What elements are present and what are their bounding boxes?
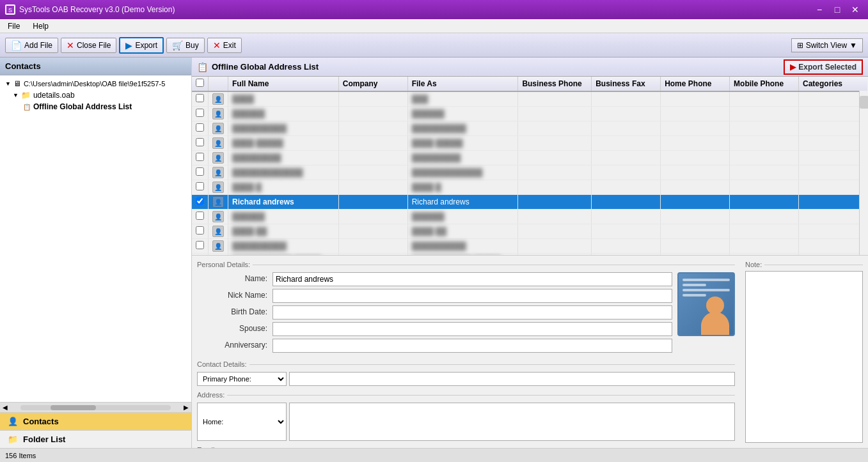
scroll-right-btn[interactable]: ▶: [181, 404, 191, 411]
cell-bizfax: [592, 166, 661, 180]
contacts-table-wrapper[interactable]: Full Name Company File As Business Phone…: [192, 77, 868, 256]
table-row[interactable]: 👤██████████████████: [192, 151, 868, 166]
note-textarea[interactable]: [745, 271, 863, 443]
row-checkbox[interactable]: [196, 94, 204, 102]
table-row[interactable]: 👤███████████·████████████████·█████: [192, 254, 868, 256]
scroll-thumb[interactable]: [51, 405, 96, 410]
cell-fileas: Richard andrews: [407, 195, 518, 210]
cell-fileas: ███████████·█████: [407, 254, 518, 256]
sidebar-item-contacts[interactable]: 👤 Contacts: [0, 412, 191, 430]
tree-item-file[interactable]: ▼ 📁 udetails.oab: [3, 89, 189, 101]
export-icon: ▶: [125, 40, 132, 50]
menu-file[interactable]: File: [3, 20, 25, 32]
row-checkbox[interactable]: [196, 241, 204, 249]
export-button[interactable]: ▶ Export: [119, 37, 164, 54]
avatar-figure-area: [679, 304, 734, 335]
spouse-field[interactable]: [272, 322, 672, 336]
close-button[interactable]: ✕: [848, 3, 863, 16]
row-checkbox[interactable]: [196, 138, 204, 146]
table-row[interactable]: 👤████·█████·█: [192, 180, 868, 195]
table-scrollbar[interactable]: [859, 77, 868, 255]
avatar-line-3: [683, 289, 730, 291]
cell-company: [338, 91, 407, 107]
table-row[interactable]: 👤████████████: [192, 210, 868, 224]
table-row[interactable]: 👤████████████: [192, 107, 868, 121]
row-checkbox[interactable]: [196, 153, 204, 161]
table-row[interactable]: 👤██████████████████████████: [192, 166, 868, 180]
menu-help[interactable]: Help: [28, 20, 54, 32]
select-all-checkbox[interactable]: [196, 79, 204, 87]
cell-fullname: ██████: [228, 107, 339, 121]
buy-button[interactable]: 🛒 Buy: [166, 38, 205, 53]
table-row[interactable]: 👤████████████████████: [192, 121, 868, 136]
row-checkbox[interactable]: [196, 109, 204, 117]
sidebar-scrollbar[interactable]: ◀ ▶: [0, 402, 191, 412]
maximize-button[interactable]: □: [830, 3, 845, 16]
scroll-left-btn[interactable]: ◀: [0, 404, 10, 411]
cell-bizphone: [518, 166, 592, 180]
row-checkbox[interactable]: [196, 167, 204, 176]
minimize-button[interactable]: −: [812, 3, 827, 16]
title-bar-left: S SysTools OAB Recovery v3.0 (Demo Versi…: [5, 4, 175, 15]
cell-fileas: ████·██: [407, 224, 518, 239]
contact-row-icon: 👤: [212, 152, 224, 164]
emails-title: Emails:: [197, 446, 735, 448]
nickname-field[interactable]: [272, 289, 672, 303]
sidebar-item-folder-list[interactable]: 📁 Folder List: [0, 430, 191, 448]
cell-categories: [799, 210, 868, 224]
avatar-line-2: [683, 284, 706, 286]
table-row[interactable]: 👤████·█████████·█████: [192, 136, 868, 151]
export-selected-button[interactable]: ▶ Export Selected: [784, 59, 863, 75]
cell-categories: [799, 166, 868, 180]
row-checkbox[interactable]: [196, 212, 204, 220]
name-field[interactable]: [272, 272, 672, 286]
cell-categories: [799, 107, 868, 121]
cell-bizphone: [518, 121, 592, 136]
contact-row-icon: 👤: [212, 196, 224, 208]
tree-item-oal[interactable]: 📋 Offline Global Address List: [3, 101, 189, 112]
row-checkbox[interactable]: [196, 226, 204, 235]
cell-company: [338, 195, 407, 210]
address-row: Home: Work: Other:: [197, 403, 735, 441]
add-file-button[interactable]: 📄 Add File: [5, 38, 58, 53]
cell-fileas: █████████: [407, 151, 518, 166]
buy-label: Buy: [185, 41, 199, 50]
cell-fileas: ██████████: [407, 121, 518, 136]
cell-fileas: ████·█████: [407, 136, 518, 151]
row-checkbox[interactable]: [196, 123, 204, 132]
avatar-card: [677, 272, 735, 336]
phone-input[interactable]: [289, 372, 735, 386]
anniversary-label: Anniversary:: [197, 339, 267, 353]
oal-icon: 📋: [197, 62, 208, 72]
contact-row-icon: 👤: [212, 167, 224, 178]
tree-item-drive[interactable]: ▼ 🖥 C:\Users\admin\Desktop\OAB file\9e1f…: [3, 78, 189, 89]
avatar-figure: [699, 296, 731, 335]
birthdate-field[interactable]: [272, 305, 672, 320]
avatar-line-1: [683, 279, 730, 281]
col-header-fileas: File As: [407, 77, 518, 91]
table-row[interactable]: 👤███████: [192, 91, 868, 107]
menu-bar: File Help: [0, 19, 868, 33]
cart-icon: 🛒: [172, 40, 183, 50]
scrollbar-thumb[interactable]: [860, 96, 868, 109]
exit-button[interactable]: ✕ Exit: [207, 38, 242, 53]
cell-homephone: [661, 107, 730, 121]
table-row[interactable]: 👤████████████████████: [192, 239, 868, 254]
cell-fullname: ████·█████: [228, 136, 339, 151]
drive-icon: 🖥: [13, 79, 21, 88]
name-label: Name:: [197, 272, 267, 286]
table-row[interactable]: 👤Richard andrewsRichard andrews: [192, 195, 868, 210]
phone-type-select[interactable]: Primary Phone: Mobile Phone: Home Phone:…: [197, 372, 287, 386]
address-type-select[interactable]: Home: Work: Other:: [197, 403, 287, 441]
cell-fullname: ██████████: [228, 239, 339, 254]
anniversary-field[interactable]: [272, 339, 672, 353]
expand-icon-2: ▼: [13, 92, 19, 98]
row-checkbox[interactable]: [196, 197, 204, 205]
switch-view-button[interactable]: ⊞ Switch View ▼: [791, 38, 863, 52]
address-textarea[interactable]: [289, 403, 735, 441]
close-file-button[interactable]: ✕ Close File: [61, 38, 116, 53]
cell-homephone: [661, 254, 730, 256]
table-row[interactable]: 👤████·██████·██: [192, 224, 868, 239]
row-checkbox[interactable]: [196, 182, 204, 190]
cell-homephone: [661, 239, 730, 254]
